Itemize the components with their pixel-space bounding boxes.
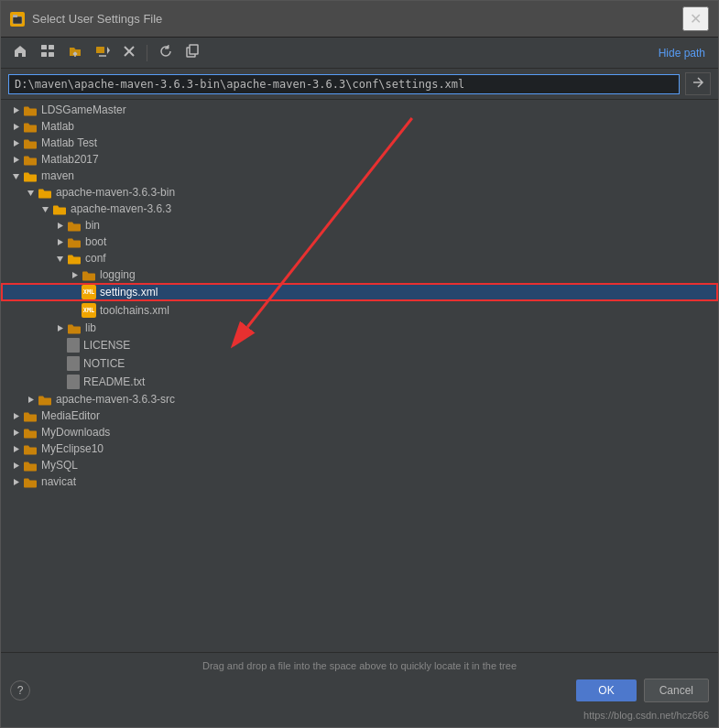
tree-label-LDSGameMaster: LDSGameMaster xyxy=(41,103,126,116)
svg-marker-21 xyxy=(72,272,78,278)
bottom-bar: Drag and drop a file into the space abov… xyxy=(1,652,718,727)
tree-item-Matlab Test[interactable]: Matlab Test xyxy=(1,135,718,151)
tree-arrow-MediaEditor xyxy=(8,412,23,420)
tree-item-logging[interactable]: logging xyxy=(1,266,718,283)
tree-item-bin[interactable]: bin xyxy=(1,217,718,234)
folder-icon-apache-maven-3.6.3-bin xyxy=(38,187,52,199)
xml-icon-toolchains.xml: XML xyxy=(82,303,96,318)
tree-item-apache-maven-3.6.3-src[interactable]: apache-maven-3.6.3-src xyxy=(1,391,718,407)
folder-icon-conf xyxy=(67,253,82,265)
tree-item-LDSGameMaster[interactable]: LDSGameMaster xyxy=(1,102,718,118)
folder-icon-apache-maven-3.6.3-src xyxy=(38,394,52,406)
tree-item-settings.xml[interactable]: XMLsettings.xml xyxy=(1,283,718,301)
folder-icon-MediaEditor xyxy=(23,410,38,422)
tree-item-README.txt[interactable]: README.txt xyxy=(1,373,718,391)
tree-item-apache-maven-3.6.3-bin[interactable]: apache-maven-3.6.3-bin xyxy=(1,184,718,201)
folder-icon-Matlab Test xyxy=(23,137,38,149)
folder-icon-navicat xyxy=(23,476,38,488)
cancel-button[interactable]: Cancel xyxy=(644,679,709,702)
tree-item-maven[interactable]: maven xyxy=(1,168,718,184)
tree-item-MyEclipse10[interactable]: MyEclipse10 xyxy=(1,440,718,457)
title-bar: Select User Settings File ✕ xyxy=(1,1,718,38)
path-input[interactable] xyxy=(8,74,680,94)
svg-marker-13 xyxy=(14,140,19,147)
folder-icon-MyEclipse10 xyxy=(23,443,38,455)
tree-item-lib[interactable]: lib xyxy=(1,320,718,336)
svg-rect-3 xyxy=(49,45,54,49)
tree-item-boot[interactable]: boot xyxy=(1,234,718,250)
svg-marker-27 xyxy=(14,462,19,469)
tree-label-MediaEditor: MediaEditor xyxy=(41,409,100,422)
tree-item-navicat[interactable]: navicat xyxy=(1,473,718,490)
toolbar: Hide path xyxy=(1,38,718,69)
tree-label-MyDownloads: MyDownloads xyxy=(41,426,110,439)
tree-item-NOTICE[interactable]: NOTICE xyxy=(1,354,718,373)
tree-arrow-MyDownloads xyxy=(8,429,23,437)
file-tree-container: LDSGameMaster Matlab Matlab Test Matlab2… xyxy=(1,100,718,652)
tree-item-conf[interactable]: conf xyxy=(1,250,718,266)
home-button[interactable] xyxy=(8,41,32,64)
tree-label-NOTICE: NOTICE xyxy=(83,357,125,370)
tree-arrow-apache-maven-3.6.3-bin xyxy=(23,189,38,197)
tree-item-Matlab2017[interactable]: Matlab2017 xyxy=(1,151,718,168)
tree-label-MySQL: MySQL xyxy=(41,459,78,472)
tree-arrow-Matlab xyxy=(8,123,23,131)
folder-icon-MyDownloads xyxy=(23,427,38,439)
tree-arrow-lib xyxy=(52,324,67,332)
tree-item-Matlab[interactable]: Matlab xyxy=(1,118,718,135)
tree-label-conf: conf xyxy=(85,252,106,265)
svg-rect-1 xyxy=(13,15,17,17)
tree-item-MediaEditor[interactable]: MediaEditor xyxy=(1,407,718,424)
svg-rect-6 xyxy=(96,47,104,53)
tree-arrow-boot xyxy=(52,238,67,246)
svg-marker-28 xyxy=(14,479,19,485)
title-bar-icon xyxy=(10,12,25,27)
close-button[interactable]: ✕ xyxy=(682,6,709,31)
tree-arrow-maven xyxy=(8,172,23,180)
tree-item-MyDownloads[interactable]: MyDownloads xyxy=(1,424,718,440)
tree-label-LICENSE: LICENSE xyxy=(83,339,130,352)
tree-label-maven: maven xyxy=(41,169,74,182)
file-icon-NOTICE xyxy=(67,356,80,371)
refresh-button[interactable] xyxy=(154,41,178,64)
tree-label-MyEclipse10: MyEclipse10 xyxy=(41,442,103,455)
dialog-title: Select User Settings File xyxy=(32,12,675,26)
folder-icon-Matlab2017 xyxy=(23,154,38,166)
tree-arrow-MyEclipse10 xyxy=(8,445,23,453)
path-bar xyxy=(1,69,718,100)
watermark: https://blog.csdn.net/hcz666 xyxy=(583,710,709,721)
delete-button[interactable] xyxy=(118,42,140,63)
tree-label-boot: boot xyxy=(85,235,106,248)
tree-item-LICENSE[interactable]: LICENSE xyxy=(1,336,718,354)
ok-button[interactable]: OK xyxy=(576,679,636,701)
tree-label-settings.xml: settings.xml xyxy=(100,286,158,299)
tree-item-toolchains.xml[interactable]: XMLtoolchains.xml xyxy=(1,301,718,320)
folder-icon-boot xyxy=(67,236,82,248)
tree-item-MySQL[interactable]: MySQL xyxy=(1,457,718,473)
svg-marker-15 xyxy=(13,174,19,179)
path-action-button[interactable] xyxy=(685,72,711,95)
tree-label-apache-maven-3.6.3-bin: apache-maven-3.6.3-bin xyxy=(56,186,175,199)
help-button[interactable]: ? xyxy=(10,680,30,701)
tree-label-README.txt: README.txt xyxy=(83,375,145,388)
tree-item-apache-maven-3.6.3[interactable]: apache-maven-3.6.3 xyxy=(1,201,718,217)
folder-icon-apache-maven-3.6.3 xyxy=(52,203,67,215)
tree-arrow-LDSGameMaster xyxy=(8,106,23,114)
svg-rect-10 xyxy=(190,45,198,54)
svg-rect-5 xyxy=(49,52,54,57)
svg-marker-19 xyxy=(58,239,63,245)
tree-arrow-apache-maven-3.6.3-src xyxy=(23,396,38,404)
svg-marker-14 xyxy=(14,157,19,163)
tree-arrow-Matlab Test xyxy=(8,139,23,147)
tree-arrow-MySQL xyxy=(8,462,23,470)
grid-button[interactable] xyxy=(36,41,60,64)
hide-path-button[interactable]: Hide path xyxy=(653,44,711,62)
copy-button[interactable] xyxy=(181,41,205,64)
svg-marker-18 xyxy=(58,223,63,229)
tree-label-navicat: navicat xyxy=(41,475,76,488)
up-button[interactable] xyxy=(91,41,114,64)
svg-marker-23 xyxy=(28,397,34,403)
file-tree: LDSGameMaster Matlab Matlab Test Matlab2… xyxy=(1,100,718,652)
folder-up-button[interactable] xyxy=(63,41,87,64)
svg-rect-4 xyxy=(41,52,47,57)
